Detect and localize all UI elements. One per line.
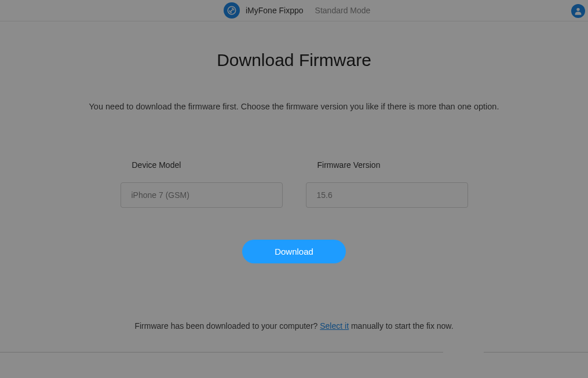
- download-button[interactable]: Download: [242, 240, 346, 263]
- main-content: Download Firmware You need to download t…: [0, 21, 588, 359]
- firmware-version-label: Firmware Version: [317, 160, 468, 170]
- firmware-version-select[interactable]: 15.6: [306, 182, 468, 208]
- footer-suffix: manually to start the fix now.: [349, 321, 454, 331]
- footer-prefix: Firmware has been downloaded to your com…: [134, 321, 320, 331]
- logo-area: iMyFone Fixppo Standard Mode: [224, 2, 370, 19]
- account-icon[interactable]: [571, 4, 585, 18]
- select-firmware-link[interactable]: Select it: [320, 321, 349, 331]
- form-row: Device Model iPhone 7 (GSM) Firmware Ver…: [23, 160, 565, 208]
- svg-point-1: [576, 8, 579, 11]
- divider-gap: [443, 351, 484, 353]
- app-logo-icon: [224, 2, 240, 19]
- footer-text: Firmware has been downloaded to your com…: [23, 321, 565, 331]
- bottom-divider: [0, 352, 588, 353]
- device-model-value: iPhone 7 (GSM): [132, 190, 189, 200]
- app-header: iMyFone Fixppo Standard Mode: [0, 0, 588, 21]
- device-model-group: Device Model iPhone 7 (GSM): [120, 160, 283, 208]
- mode-label: Standard Mode: [315, 6, 371, 15]
- firmware-version-value: 15.6: [317, 190, 333, 200]
- device-model-select[interactable]: iPhone 7 (GSM): [120, 182, 283, 208]
- device-model-label: Device Model: [132, 160, 283, 170]
- app-name: iMyFone Fixppo: [246, 6, 304, 15]
- page-title: Download Firmware: [23, 50, 565, 70]
- page-description: You need to download the firmware first.…: [23, 102, 565, 111]
- firmware-version-group: Firmware Version 15.6: [306, 160, 468, 208]
